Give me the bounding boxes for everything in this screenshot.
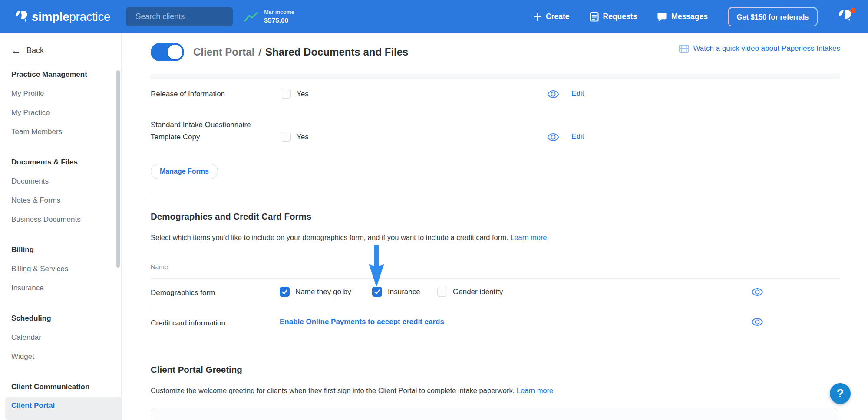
sidebar-item-billing-services[interactable]: Billing & Services (0, 259, 121, 279)
sidebar-group-billing: Billing Billing & Services Insurance (0, 240, 121, 298)
demographics-learn-more-link[interactable]: Learn more (510, 233, 547, 241)
preview-eye-icon[interactable] (751, 318, 763, 326)
release-yes-checkbox[interactable] (281, 89, 291, 99)
insurance-label: Insurance (388, 288, 420, 296)
section-divider (151, 338, 840, 338)
sidebar-header-scheduling: Scheduling (0, 309, 121, 328)
sidebar-item-my-profile[interactable]: My Profile (0, 84, 121, 103)
name-column-header: Name (151, 263, 168, 270)
sidebar-group-documents-files: Documents & Files Documents Notes & Form… (0, 153, 121, 229)
back-button[interactable]: ← Back (0, 41, 121, 59)
sidebar-item-business-documents[interactable]: Business Documents (0, 210, 121, 229)
brand-name-bold: simple (32, 10, 69, 23)
sidebar-group-scheduling: Scheduling Calendar Widget (0, 309, 121, 366)
release-edit-link[interactable]: Edit (571, 89, 584, 98)
settings-sidebar: ← Back Practice Management My Profile My… (0, 33, 122, 420)
page-title: Client Portal/Shared Documents and Files (193, 46, 408, 58)
page-title-section: Client Portal (193, 46, 254, 58)
sidebar-item-documents[interactable]: Documents (0, 172, 121, 191)
brand-name: simplepractice (32, 10, 110, 24)
brand-name-light: practice (69, 10, 110, 23)
requests-label: Requests (603, 12, 637, 21)
form-row-name: Standard Intake Questionnaire Template C… (151, 119, 251, 143)
gender-identity-checkbox[interactable] (437, 287, 447, 297)
sidebar-item-team-members[interactable]: Team Members (0, 122, 121, 141)
requests-clipboard-icon (590, 12, 599, 22)
brand-logo[interactable]: simplepractice (14, 10, 110, 24)
sidebar-scrollbar[interactable] (116, 70, 120, 268)
search-input[interactable] (135, 12, 236, 21)
sidebar-divider (6, 64, 121, 64)
income-trend-icon (244, 11, 259, 23)
greeting-section-description: Customize the welcome greeting for clien… (151, 387, 553, 395)
greeting-message-box[interactable] (151, 408, 838, 420)
sidebar-header-practice-management: Practice Management (0, 65, 121, 84)
sidebar-item-notes-forms[interactable]: Notes & Forms (0, 191, 121, 210)
sidebar-header-client-communication: Client Communication (0, 377, 121, 397)
create-button[interactable]: Create (534, 12, 569, 21)
release-yes-label: Yes (297, 90, 309, 98)
sidebar-header-billing: Billing (0, 240, 121, 259)
form-row-name: Release of Information (151, 88, 225, 100)
sidebar-group-practice-management: Practice Management My Profile My Practi… (0, 65, 121, 141)
sidebar-item-my-practice[interactable]: My Practice (0, 103, 121, 122)
preview-eye-icon[interactable] (547, 133, 559, 141)
insurance-checkbox[interactable] (372, 287, 382, 297)
demographics-section-description: Select which items you’d like to include… (151, 233, 547, 242)
demographics-form-row-name: Demographics form (151, 287, 215, 299)
sidebar-item-insurance[interactable]: Insurance (0, 279, 121, 298)
greeting-learn-more-link[interactable]: Learn more (517, 387, 553, 394)
name-they-go-by-label: Name they go by (295, 288, 351, 296)
intake-edit-link[interactable]: Edit (571, 132, 584, 141)
greeting-description-text: Customize the welcome greeting for clien… (151, 387, 515, 394)
client-portal-settings-page: Client Portal/Shared Documents and Files… (122, 33, 868, 420)
create-label: Create (546, 12, 569, 21)
intake-yes-checkbox[interactable] (281, 132, 291, 142)
back-label: Back (26, 46, 44, 55)
manage-forms-button[interactable]: Manage Forms (151, 164, 218, 179)
row-divider (151, 110, 840, 110)
annotation-arrow-icon (367, 244, 386, 288)
monthly-income-widget[interactable]: Mar income $575.00 (244, 9, 294, 24)
client-search[interactable] (126, 7, 233, 26)
sidebar-item-client-portal[interactable]: Client Portal (5, 397, 121, 420)
sidebar-header-documents-files: Documents & Files (0, 153, 121, 172)
scrolled-row-edge (151, 73, 840, 79)
client-portal-toggle[interactable] (151, 43, 184, 61)
table-header-divider (151, 278, 840, 279)
intake-yes-label: Yes (297, 133, 309, 141)
income-value: $575.00 (264, 16, 294, 24)
income-label: Mar income (264, 9, 294, 16)
help-button[interactable]: ? (830, 383, 851, 404)
notification-dot (850, 8, 856, 13)
plus-icon (534, 13, 541, 21)
watch-video-label: Watch a quick video about Paperless Inta… (693, 44, 840, 53)
sidebar-item-widget[interactable]: Widget (0, 347, 121, 366)
credit-card-row-name: Credit card information (151, 317, 225, 329)
top-navbar: simplepractice Mar income $575.00 Create (0, 0, 868, 33)
video-film-icon (679, 45, 689, 52)
sidebar-item-calendar[interactable]: Calendar (0, 328, 121, 347)
sidebar-group-client-communication: Client Communication Client Portal (0, 377, 121, 420)
section-divider (151, 193, 840, 193)
enable-online-payments-link[interactable]: Enable Online Payments to accept credit … (280, 318, 444, 326)
requests-button[interactable]: Requests (590, 12, 637, 22)
demographics-description-text: Select which items you’d like to include… (151, 233, 508, 241)
demographics-section-heading: Demographics and Credit Card Forms (151, 211, 311, 222)
page-title-separator: / (258, 46, 261, 58)
page-title-subsection: Shared Documents and Files (265, 46, 408, 58)
row-divider (151, 308, 840, 308)
greeting-section-heading: Client Portal Greeting (151, 364, 242, 375)
simplepractice-bird-icon (14, 10, 30, 24)
name-they-go-by-checkbox[interactable] (280, 287, 290, 297)
preview-eye-icon[interactable] (751, 288, 763, 296)
gender-identity-label: Gender identity (453, 288, 503, 296)
watch-video-link[interactable]: Watch a quick video about Paperless Inta… (679, 44, 840, 53)
back-arrow-icon: ← (11, 46, 21, 56)
messages-button[interactable]: Messages (657, 12, 708, 22)
preview-eye-icon[interactable] (547, 90, 559, 98)
messages-bubble-icon (657, 12, 667, 22)
notifications-bird-button[interactable] (838, 9, 855, 25)
messages-label: Messages (671, 12, 708, 21)
referral-button[interactable]: Get $150 for referrals (728, 7, 818, 26)
